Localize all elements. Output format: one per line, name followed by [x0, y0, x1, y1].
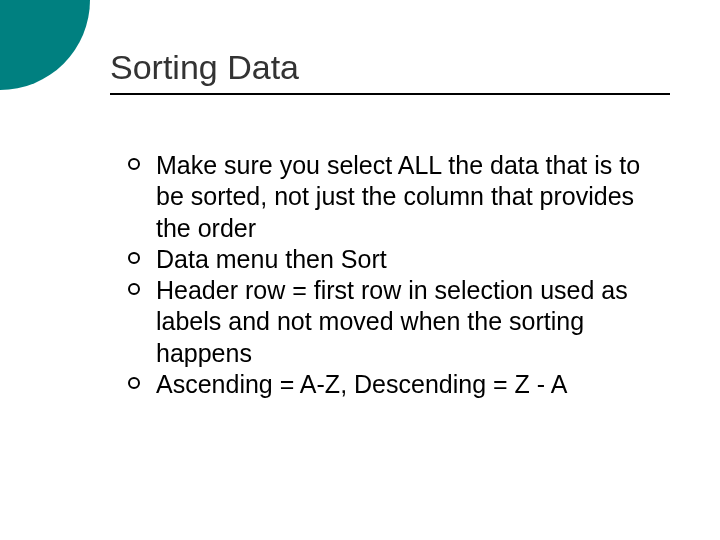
list-item: Data menu then Sort	[128, 244, 660, 275]
slide-title: Sorting Data	[110, 48, 680, 87]
bullet-text: Header row = first row in selection used…	[156, 276, 628, 367]
list-item: Ascending = A-Z, Descending = Z - A	[128, 369, 660, 400]
hollow-circle-icon	[128, 283, 140, 295]
bullet-text: Data menu then Sort	[156, 245, 387, 273]
hollow-circle-icon	[128, 158, 140, 170]
list-item: Make sure you select ALL the data that i…	[128, 150, 660, 244]
bullet-text: Ascending = A-Z, Descending = Z - A	[156, 370, 567, 398]
hollow-circle-icon	[128, 252, 140, 264]
body-block: Make sure you select ALL the data that i…	[128, 150, 660, 400]
title-block: Sorting Data	[110, 48, 680, 95]
corner-circle-decoration	[0, 0, 90, 90]
list-item: Header row = first row in selection used…	[128, 275, 660, 369]
bullet-text: Make sure you select ALL the data that i…	[156, 151, 640, 242]
hollow-circle-icon	[128, 377, 140, 389]
title-underline	[110, 93, 670, 95]
bullet-list: Make sure you select ALL the data that i…	[128, 150, 660, 400]
